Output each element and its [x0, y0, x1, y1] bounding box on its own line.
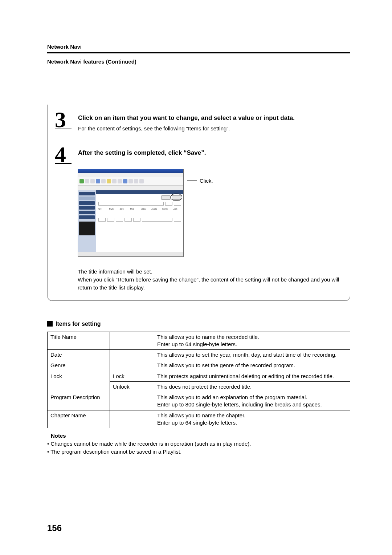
cell-date: Date	[48, 350, 110, 360]
table-row: Title Name This allows you to name the r…	[48, 332, 350, 350]
embedded-browser-screenshot: CHStyleSizeRec VideoAudioGenreLock	[78, 169, 184, 257]
cell-lock-cont	[48, 381, 110, 392]
callout-leader-line	[187, 181, 197, 181]
cell-desc: This allows you to name the recorded tit…	[154, 332, 350, 350]
notes-block: Notes • Changes cannot be made while the…	[47, 432, 350, 455]
table-row: Lock Lock This protects against unintent…	[48, 371, 350, 381]
cell-chapter-name: Chapter Name	[48, 410, 110, 428]
step-4: 4 After the setting is completed, click …	[55, 147, 343, 165]
table-row: Genre This allows you to set the genre o…	[48, 360, 350, 371]
cell-desc: This allows you to set the year, month, …	[154, 350, 350, 360]
callout-label: Click.	[200, 178, 213, 184]
manual-page: Network Navi Network Navi features (Cont…	[0, 0, 392, 555]
table-row: Program Description This allows you to a…	[48, 392, 350, 410]
table-row: Date This allows you to set the year, mo…	[48, 350, 350, 360]
items-table: Title Name This allows you to name the r…	[47, 332, 350, 429]
step-divider	[55, 140, 343, 140]
cell-lock-option: Lock	[110, 371, 154, 381]
cell-desc: This allows you to set the genre of the …	[154, 360, 350, 371]
step-4-title: After the setting is completed, click “S…	[78, 149, 343, 157]
page-number: 156	[47, 523, 62, 533]
cell-empty	[110, 392, 154, 410]
square-bullet-icon	[47, 321, 53, 327]
cell-empty	[110, 360, 154, 371]
note-line: • The program description cannot be save…	[47, 448, 350, 456]
cell-desc: This allows you to add an explanation of…	[154, 392, 350, 410]
table-row: Chapter Name This allows you to name the…	[48, 410, 350, 428]
cell-program-desc: Program Description	[48, 392, 110, 410]
section-subhead: Network Navi features (Continued)	[47, 58, 350, 65]
step-number: 3	[55, 110, 72, 130]
cell-desc: This allows you to name the chapter.Ente…	[154, 410, 350, 428]
cell-lock: Lock	[48, 371, 110, 381]
cell-desc: This protects against unintentional dele…	[154, 371, 350, 381]
table-row: Unlock This does not protect the recorde…	[48, 381, 350, 392]
step-4-result-line2: When you click “Return before saving the…	[78, 276, 343, 292]
screenshot-row: CHStyleSizeRec VideoAudioGenreLock	[55, 169, 343, 257]
cell-title-name: Title Name	[48, 332, 110, 350]
step-4-result-line1: The title information will be set.	[78, 268, 343, 276]
step-3-title: Click on an item that you want to change…	[78, 114, 343, 122]
cell-empty	[110, 410, 154, 428]
cell-empty	[110, 350, 154, 360]
running-head: Network Navi	[47, 44, 350, 50]
items-for-setting-section: Items for setting Title Name This allows…	[47, 321, 350, 456]
step-3: 3 Click on an item that you want to chan…	[55, 112, 343, 133]
save-button[interactable]	[172, 195, 181, 200]
note-line: • Changes cannot be made while the recor…	[47, 440, 350, 448]
items-heading: Items for setting	[47, 321, 350, 327]
step-4-result: The title information will be set. When …	[78, 268, 343, 291]
items-heading-text: Items for setting	[56, 321, 101, 327]
cell-desc: This does not protect the recorded title…	[154, 381, 350, 392]
cell-empty	[110, 332, 154, 350]
steps-panel: 3 Click on an item that you want to chan…	[47, 105, 350, 301]
return-button[interactable]	[161, 195, 171, 200]
notes-title: Notes	[51, 432, 350, 440]
cell-genre: Genre	[48, 360, 110, 371]
step-3-desc: For the content of settings, see the fol…	[78, 125, 343, 133]
step-number: 4	[55, 145, 72, 165]
cell-unlock-option: Unlock	[110, 381, 154, 392]
header-rule	[47, 52, 350, 53]
